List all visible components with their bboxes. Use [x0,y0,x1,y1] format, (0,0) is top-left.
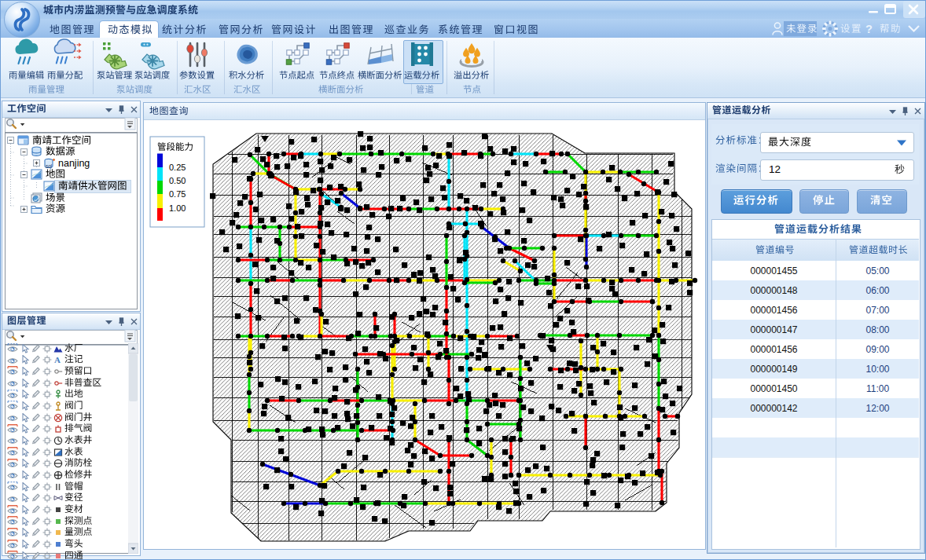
svg-text:0.25: 0.25 [169,163,186,172]
svg-text:0.50: 0.50 [169,176,186,185]
svg-text:1.00: 1.00 [169,203,186,213]
svg-text:0.75: 0.75 [169,189,186,199]
svg-text:sql: sql [46,163,53,169]
svg-text:A: A [54,355,61,364]
